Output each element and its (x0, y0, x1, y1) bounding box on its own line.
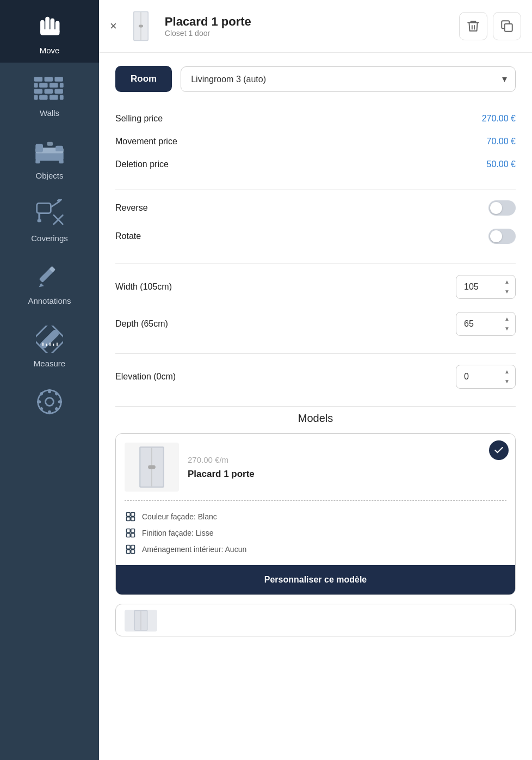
feature-1: Finition façade: Lisse (125, 525, 506, 541)
depth-label: Depth (65cm) (115, 319, 168, 329)
sidebar: Move Walls (0, 0, 99, 760)
svg-rect-26 (36, 203, 51, 213)
object-thumbnail (125, 10, 157, 42)
rotate-toggle[interactable] (488, 229, 516, 244)
price-row-selling: Selling price 270.00 € (115, 107, 516, 130)
feature-text-0: Couleur façade: Blanc (142, 512, 217, 521)
svg-line-29 (51, 201, 59, 207)
model-card-header: 270.00 €/m Placard 1 porte (116, 434, 515, 500)
depth-spinners: ▲ ▼ (502, 315, 512, 333)
svg-rect-47 (37, 400, 41, 403)
svg-rect-59 (505, 24, 512, 32)
svg-rect-37 (39, 329, 60, 350)
dimension-row-width: Width (105cm) ▲ ▼ (115, 268, 516, 305)
close-button[interactable]: × (110, 20, 117, 32)
svg-rect-22 (59, 160, 64, 163)
divider-2 (115, 263, 516, 264)
svg-rect-17 (34, 95, 38, 100)
svg-rect-48 (58, 400, 62, 403)
svg-rect-6 (45, 77, 53, 82)
feature-2: Aménagement intérieur: Aucun (125, 541, 506, 557)
objects-icon (33, 135, 66, 168)
reverse-toggle[interactable] (488, 200, 516, 216)
svg-rect-65 (131, 513, 135, 517)
svg-rect-75 (131, 550, 135, 554)
sidebar-item-move[interactable]: Move (0, 0, 99, 63)
svg-point-44 (46, 398, 54, 406)
move-icon (33, 10, 66, 42)
model-selected-check (489, 440, 509, 460)
svg-rect-11 (34, 83, 38, 88)
settings-icon (33, 385, 66, 418)
room-button[interactable]: Room (115, 66, 172, 92)
svg-rect-74 (127, 550, 131, 554)
content-area: Room Livingroom 3 (auto) ▾ Selling price… (99, 53, 532, 649)
sidebar-item-walls-label: Walls (40, 108, 59, 118)
svg-rect-63 (148, 465, 156, 469)
svg-rect-13 (45, 89, 53, 94)
width-spinners: ▲ ▼ (502, 278, 512, 296)
object-header: × Placard 1 porte Closet 1 door (99, 0, 532, 53)
svg-rect-66 (127, 517, 131, 521)
dimension-row-elevation: Elevation (0cm) ▲ ▼ (115, 358, 516, 395)
svg-rect-16 (50, 95, 58, 100)
customize-button[interactable]: Personnaliser ce modèle (116, 565, 515, 594)
svg-rect-70 (127, 534, 131, 537)
svg-rect-5 (34, 77, 42, 82)
movement-price-label: Movement price (115, 137, 177, 146)
deletion-price-label: Deletion price (115, 160, 169, 169)
svg-rect-68 (127, 529, 131, 533)
rotate-toggle-knob (490, 230, 502, 242)
selling-price-label: Selling price (115, 114, 163, 124)
svg-rect-64 (127, 513, 131, 517)
object-subtitle: Closet 1 door (165, 29, 451, 38)
sidebar-item-objects-label: Objects (36, 171, 64, 180)
models-title: Models (115, 412, 516, 425)
delete-button[interactable] (459, 12, 487, 40)
svg-rect-56 (139, 25, 143, 28)
room-select[interactable]: Livingroom 3 (auto) (181, 66, 516, 92)
width-spinner-down[interactable]: ▼ (502, 287, 512, 296)
svg-rect-15 (39, 95, 47, 100)
feature-0: Couleur façade: Blanc (125, 508, 506, 525)
selling-price-value: 270.00 € (482, 114, 516, 124)
models-section: Models 270.00 €/m Placard 1 porte (115, 412, 516, 636)
elevation-spinner-down[interactable]: ▼ (502, 377, 512, 386)
model-features: Couleur façade: Blanc Finition façade: L… (116, 501, 515, 565)
price-row-movement: Movement price 70.00 € (115, 130, 516, 153)
svg-rect-67 (131, 517, 135, 521)
svg-rect-24 (47, 142, 53, 146)
model-name: Placard 1 porte (188, 469, 506, 480)
svg-rect-10 (60, 83, 64, 88)
width-label: Width (105cm) (115, 282, 172, 292)
model-card-1-partial (115, 604, 516, 636)
sidebar-item-walls[interactable]: Walls (0, 63, 99, 125)
elevation-spinners: ▲ ▼ (502, 367, 512, 386)
svg-rect-45 (48, 389, 51, 393)
feature-icon-1 (125, 527, 137, 539)
sidebar-item-settings[interactable] (0, 376, 99, 429)
svg-rect-25 (55, 146, 63, 151)
room-row: Room Livingroom 3 (auto) ▾ (115, 66, 516, 92)
depth-spinner-up[interactable]: ▲ (502, 315, 512, 323)
divider-1 (115, 189, 516, 189)
sidebar-item-objects[interactable]: Objects (0, 125, 99, 188)
elevation-spinner-up[interactable]: ▲ (502, 367, 512, 376)
depth-spinner-down[interactable]: ▼ (502, 324, 512, 333)
feature-icon-2 (125, 543, 137, 555)
room-select-wrapper: Livingroom 3 (auto) ▾ (181, 66, 516, 92)
sidebar-item-measure[interactable]: Measure (0, 313, 99, 376)
object-title: Placard 1 porte (165, 15, 451, 29)
duplicate-button[interactable] (493, 12, 521, 40)
svg-rect-14 (54, 89, 63, 94)
walls-icon (33, 72, 66, 105)
dimension-row-depth: Depth (65cm) ▲ ▼ (115, 305, 516, 342)
width-spinner-up[interactable]: ▲ (502, 278, 512, 286)
main-panel: × Placard 1 porte Closet 1 door (99, 0, 532, 760)
measure-icon (33, 323, 66, 356)
toggle-row-rotate: Rotate (115, 222, 516, 250)
sidebar-item-annotations[interactable]: Annotations (0, 250, 99, 313)
sidebar-item-coverings-label: Coverings (31, 234, 68, 243)
elevation-label: Elevation (0cm) (115, 372, 176, 382)
sidebar-item-coverings[interactable]: Coverings (0, 188, 99, 250)
